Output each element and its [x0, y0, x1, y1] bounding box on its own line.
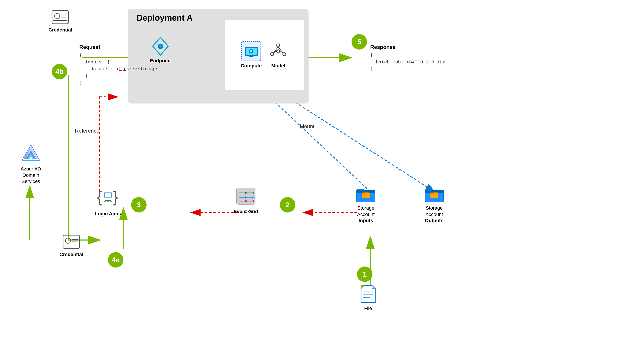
event-grid-container: Event Grid: [234, 186, 258, 215]
model-container: Model: [268, 41, 288, 69]
compute-label: Compute: [241, 63, 262, 69]
reference-label: Reference: [75, 128, 100, 134]
compute-container: Compute: [241, 41, 262, 69]
svg-line-15: [273, 88, 434, 192]
svg-point-22: [276, 44, 280, 47]
credential-top-container: Credential: [48, 9, 72, 33]
logic-apps-label: Logic Apps: [95, 211, 121, 217]
credential-top-icon: [50, 9, 70, 25]
logic-apps-container: { } Logic Apps: [95, 185, 121, 217]
credential-bottom-label: Credential: [60, 252, 83, 257]
svg-point-20: [250, 50, 252, 52]
storage-outputs-container: Storage Account Outputs: [419, 186, 450, 224]
credential-bottom-icon: [62, 233, 81, 250]
compute-icon: [241, 41, 261, 61]
step-4a-circle: 4a: [108, 252, 124, 268]
storage-inputs-label: Storage Account Inputs: [350, 205, 381, 224]
svg-rect-73: [362, 193, 370, 198]
svg-rect-78: [425, 189, 432, 191]
azure-ad-icon: [20, 143, 42, 164]
mount-label: Mount: [300, 123, 314, 129]
svg-point-23: [271, 53, 274, 56]
svg-rect-81: [430, 192, 434, 194]
event-grid-icon: [235, 186, 257, 207]
svg-marker-88: [372, 285, 375, 289]
storage-inputs-container: Storage Account Inputs: [350, 186, 381, 224]
svg-rect-71: [357, 189, 364, 191]
azure-ad-container: Azure AD Domain Services: [13, 143, 48, 185]
step-4b-circle: 4b: [52, 64, 67, 79]
svg-rect-48: [105, 192, 111, 198]
arrows-svg: [0, 0, 644, 340]
storage-inputs-icon: [356, 186, 376, 204]
credential-top-label: Credential: [48, 27, 72, 33]
storage-outputs-label: Storage Account Outputs: [419, 205, 450, 224]
svg-point-53: [110, 201, 112, 202]
svg-line-14: [260, 88, 370, 192]
svg-rect-80: [430, 193, 438, 198]
request-label: Request: [79, 44, 100, 50]
svg-point-24: [283, 53, 286, 56]
svg-text:}: }: [113, 188, 118, 205]
credential-bottom-container: Credential: [60, 233, 83, 257]
deployment-inner-box: Compute: [225, 20, 304, 90]
svg-point-51: [104, 201, 106, 202]
step-3-circle: 3: [131, 197, 146, 213]
svg-rect-21: [249, 56, 254, 57]
storage-outputs-icon: [424, 186, 445, 204]
step-5-circle: 5: [352, 34, 367, 49]
file-icon: [359, 284, 377, 304]
step-1-circle: 1: [357, 267, 372, 282]
model-label: Model: [271, 63, 286, 69]
file-label: File: [364, 306, 372, 311]
model-icon: [268, 41, 288, 61]
response-code: { batch_job: <BATCH-JOB-ID> }: [370, 52, 445, 73]
svg-point-36: [54, 13, 60, 19]
svg-text:{: {: [97, 188, 102, 205]
svg-point-83: [66, 238, 71, 243]
response-label: Response: [370, 44, 396, 50]
logic-apps-icon: { }: [96, 185, 120, 209]
file-container: File: [359, 284, 377, 311]
svg-rect-74: [362, 192, 366, 194]
svg-point-52: [107, 201, 109, 202]
event-grid-label: Event Grid: [234, 209, 258, 215]
svg-point-34: [159, 45, 162, 47]
azure-ad-label: Azure AD Domain Services: [13, 166, 48, 185]
request-code: { inputs: { dataset: https://storage... …: [79, 52, 166, 86]
step-2-circle: 2: [280, 197, 295, 213]
diagram-container: Compute: [0, 0, 644, 340]
deployment-title: Deployment A: [137, 13, 193, 23]
